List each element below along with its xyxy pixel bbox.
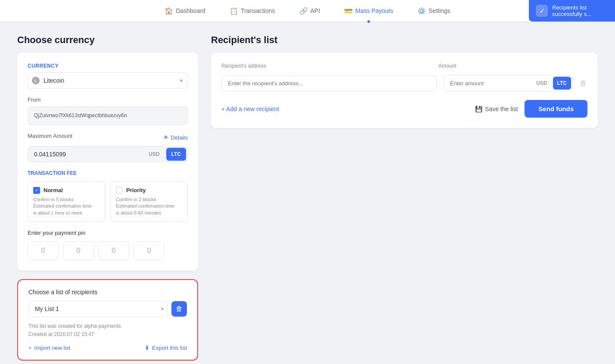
pin-input-2[interactable] xyxy=(63,241,94,260)
currency-card: Currency Ł Litecoin ▾ From QjZuivnwo7fXk… xyxy=(17,53,198,271)
max-amount-row: Maximum Amount 👁 Details xyxy=(28,133,188,143)
ltc-toggle-btn[interactable]: LTC xyxy=(166,148,186,161)
right-actions: 💾 Save the list Send funds xyxy=(475,100,587,118)
from-label: From xyxy=(28,96,188,103)
currency-select-wrapper: Ł Litecoin ▾ xyxy=(28,72,188,89)
address-field-col xyxy=(221,75,437,91)
fee-options: Normal Confirm in 5 blocks Estimated con… xyxy=(28,181,188,222)
choose-currency-title: Choose currency xyxy=(17,34,198,46)
choose-list-header: Choose a list of recipients xyxy=(28,289,187,296)
max-amount-wrapper: USD LTC xyxy=(28,146,188,162)
api-icon: 🔗 xyxy=(299,7,308,15)
amount-input[interactable] xyxy=(444,76,532,91)
fee-priority-card: Priority Confirm in 2 blocks Estimated c… xyxy=(110,181,188,222)
pin-input-3[interactable] xyxy=(98,241,129,260)
settings-icon: ⚙️ xyxy=(417,7,426,15)
plus-icon: + xyxy=(28,345,32,351)
delete-recipient-icon[interactable]: 🗑 xyxy=(580,79,587,88)
choose-currency-section: Choose currency Currency Ł Litecoin ▾ Fr… xyxy=(17,34,198,271)
fee-normal-header: Normal xyxy=(33,187,99,194)
toast-text: Recipients list successfully s... xyxy=(552,4,591,17)
amount-col-header: Amount xyxy=(438,63,568,72)
recipient-address-input[interactable] xyxy=(221,75,437,91)
fee-normal-desc: Confirm in 5 blocks Estimated confirmati… xyxy=(33,196,99,216)
nav-item-transactions[interactable]: 📋 Transactions xyxy=(226,5,279,17)
pin-input-1[interactable] xyxy=(28,241,59,260)
eye-icon: 👁 xyxy=(163,134,169,141)
rec-ltc-btn[interactable]: LTC xyxy=(553,77,571,90)
nav-item-api[interactable]: 🔗 API xyxy=(296,5,324,17)
fee-priority-header: Priority xyxy=(116,187,182,194)
litecoin-icon: Ł xyxy=(32,77,40,84)
send-funds-button[interactable]: Send funds xyxy=(525,100,587,118)
pin-label: Enter your payment pin xyxy=(28,230,188,236)
list-select-row: My List 1 ▾ 🗑 xyxy=(28,301,187,317)
fee-priority-name: Priority xyxy=(126,187,146,193)
mass-payouts-icon: 💳 xyxy=(344,7,353,15)
list-select-wrapper: My List 1 ▾ xyxy=(28,301,168,317)
address-col-header: Recipient's address xyxy=(221,63,432,72)
currency-toggle: USD LTC xyxy=(143,146,187,162)
currency-field-label: Currency xyxy=(28,63,188,69)
left-panel: Choose currency Currency Ł Litecoin ▾ Fr… xyxy=(17,34,198,361)
recipients-list-title: Recipient's list xyxy=(211,34,598,46)
recipient-row-1: USD LTC 🗑 xyxy=(221,75,587,91)
nav-item-dashboard[interactable]: 🏠 Dashboard xyxy=(161,5,209,17)
choose-list-card: Choose a list of recipients My List 1 ▾ … xyxy=(17,279,198,361)
download-icon: ⬇ xyxy=(145,345,149,351)
tx-fee-label: Transaction fee xyxy=(28,170,188,176)
delete-btn-col: 🗑 xyxy=(580,79,587,88)
address-label: Recipient's address xyxy=(221,63,432,69)
list-select[interactable]: My List 1 xyxy=(28,301,168,317)
fee-normal-checkbox[interactable] xyxy=(33,187,40,194)
delete-list-button[interactable]: 🗑 xyxy=(171,301,187,317)
rec-usd-btn[interactable]: USD xyxy=(532,77,551,90)
add-recipient-button[interactable]: + Add a new recipient xyxy=(221,106,279,112)
success-toast: ✓ Recipients list successfully s... xyxy=(529,0,615,22)
save-list-button[interactable]: 💾 Save the list xyxy=(475,106,518,112)
usd-toggle-btn[interactable]: USD xyxy=(143,148,165,161)
pin-input-4[interactable] xyxy=(134,241,165,260)
from-address: QjZuivnwo7fXk613stWqpectbhbuezvy6n xyxy=(28,106,188,125)
fee-priority-checkbox[interactable] xyxy=(116,187,123,194)
list-meta: This list was created for alpha-payments… xyxy=(28,322,187,339)
pin-inputs xyxy=(28,241,188,260)
nav-item-settings[interactable]: ⚙️ Settings xyxy=(414,5,454,17)
export-list-button[interactable]: ⬇ Export this list xyxy=(145,345,187,351)
header: 🏠 Dashboard 📋 Transactions 🔗 API 💳 Mass … xyxy=(0,0,615,22)
save-icon: 💾 xyxy=(475,106,482,112)
form-actions: + Add a new recipient 💾 Save the list Se… xyxy=(221,100,587,118)
max-amount-input[interactable] xyxy=(28,146,143,162)
fee-normal-card: Normal Confirm in 5 blocks Estimated con… xyxy=(28,181,105,222)
import-list-button[interactable]: + Import new list xyxy=(28,345,70,351)
home-icon: 🏠 xyxy=(165,7,173,15)
amount-label: Amount xyxy=(438,63,568,69)
recipient-form-header: Recipient's address Amount xyxy=(221,63,587,72)
details-link[interactable]: 👁 Details xyxy=(163,134,188,141)
list-actions: + Import new list ⬇ Export this list xyxy=(28,345,187,351)
nav-item-mass-payouts[interactable]: 💳 Mass Payouts xyxy=(341,5,397,17)
currency-select[interactable]: Litecoin xyxy=(28,72,188,89)
toast-check-icon: ✓ xyxy=(536,5,548,17)
amount-field-col: USD LTC xyxy=(444,75,573,91)
fee-normal-name: Normal xyxy=(43,187,63,193)
main-nav: 🏠 Dashboard 📋 Transactions 🔗 API 💳 Mass … xyxy=(161,5,453,17)
recipient-form-card: Recipient's address Amount USD LTC xyxy=(211,53,598,128)
max-amount-label: Maximum Amount xyxy=(28,133,72,139)
transactions-icon: 📋 xyxy=(230,7,238,15)
main-content: Choose currency Currency Ł Litecoin ▾ Fr… xyxy=(0,22,615,364)
amount-input-group: USD LTC xyxy=(444,75,573,91)
fee-priority-desc: Confirm in 2 blocks Estimated confirmati… xyxy=(116,196,182,216)
right-panel: Recipient's list Recipient's address Amo… xyxy=(211,34,598,361)
